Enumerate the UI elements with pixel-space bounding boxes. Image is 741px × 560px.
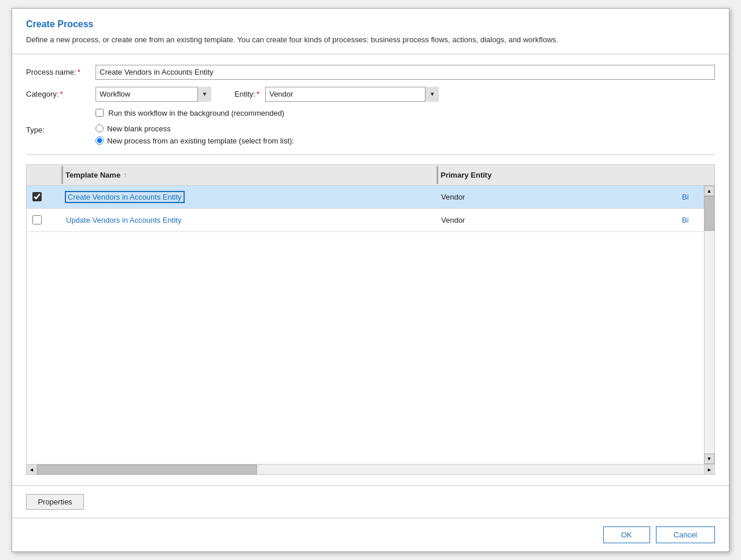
- radio-group: New blank process New process from an ex…: [96, 124, 294, 145]
- ok-button[interactable]: OK: [603, 526, 650, 543]
- row-checkbox-2[interactable]: [32, 215, 42, 224]
- h-scroll-left-arrow[interactable]: ◄: [27, 465, 37, 475]
- td-name-2: Update Vendors in Accounts Entity: [61, 211, 436, 229]
- required-star-category: *: [60, 90, 63, 98]
- radio-blank-row: New blank process: [96, 124, 294, 133]
- dialog-description: Define a new process, or create one from…: [26, 34, 715, 46]
- category-label: Category:*: [26, 90, 96, 98]
- radio-blank[interactable]: [96, 124, 104, 132]
- table-row[interactable]: Update Vendors in Accounts Entity Vendor…: [27, 209, 714, 232]
- entity-group: Entity:* Vendor Account Contact ▼: [234, 87, 439, 102]
- process-name-input[interactable]: [96, 65, 715, 80]
- radio-template-label[interactable]: New process from an existing template (s…: [107, 137, 294, 145]
- type-label: Type:: [26, 124, 96, 134]
- dialog-body: Process name:* Category:* Workflow Actio…: [12, 54, 729, 486]
- background-checkbox-label[interactable]: Run this workflow in the background (rec…: [108, 109, 284, 117]
- category-select-wrapper: Workflow Action Dialog Business Process …: [96, 87, 211, 102]
- radio-template-row: New process from an existing template (s…: [96, 137, 294, 145]
- vertical-scrollbar[interactable]: ▲ ▼: [704, 186, 714, 465]
- h-scroll-right-arrow[interactable]: ►: [704, 465, 714, 475]
- dialog-title: Create Process: [26, 19, 715, 30]
- td-entity-2: Vendor: [436, 211, 680, 229]
- category-select[interactable]: Workflow Action Dialog Business Process …: [96, 87, 211, 102]
- table-row[interactable]: Create Vendors in Accounts Entity Vendor…: [27, 186, 714, 209]
- background-checkbox-row: Run this workflow in the background (rec…: [96, 109, 715, 117]
- dialog-footer: OK Cancel: [12, 518, 729, 551]
- dialog-header: Create Process Define a new process, or …: [12, 9, 729, 54]
- td-name-1: Create Vendors in Accounts Entity: [61, 188, 436, 206]
- create-process-dialog: Create Process Define a new process, or …: [12, 8, 729, 552]
- scroll-down-arrow[interactable]: ▼: [704, 454, 714, 464]
- table-body: Create Vendors in Accounts Entity Vendor…: [27, 186, 714, 465]
- entity-label: Entity:*: [234, 90, 259, 98]
- h-scroll-thumb[interactable]: [37, 465, 257, 474]
- radio-blank-label[interactable]: New blank process: [107, 124, 171, 133]
- sort-asc-icon: ↑: [124, 172, 127, 178]
- cancel-button[interactable]: Cancel: [656, 526, 715, 543]
- process-name-label: Process name:*: [26, 68, 96, 76]
- template-link-2[interactable]: Update Vendors in Accounts Entity: [66, 216, 181, 224]
- td-checkbox-2: [27, 215, 61, 224]
- radio-template[interactable]: [96, 137, 104, 145]
- table-header: Template Name ↑ Primary Entity: [27, 165, 714, 186]
- bottom-bar: Properties: [12, 485, 729, 518]
- properties-button[interactable]: Properties: [26, 494, 84, 510]
- process-name-row: Process name:*: [26, 65, 715, 80]
- category-entity-row: Category:* Workflow Action Dialog Busine…: [26, 87, 715, 102]
- scroll-thumb[interactable]: [704, 196, 714, 231]
- entity-select[interactable]: Vendor Account Contact: [265, 87, 439, 102]
- form-section: Process name:* Category:* Workflow Actio…: [26, 65, 715, 155]
- required-star-entity: *: [256, 90, 259, 98]
- background-checkbox[interactable]: [96, 109, 104, 117]
- entity-select-wrapper: Vendor Account Contact ▼: [265, 87, 439, 102]
- type-row: Type: New blank process New process from…: [26, 124, 715, 145]
- h-scroll-track: [37, 465, 704, 474]
- th-primary-entity: Primary Entity: [436, 166, 680, 184]
- td-checkbox-1: [27, 192, 61, 201]
- row-checkbox-1[interactable]: [32, 192, 42, 201]
- td-entity-1: Vendor: [436, 188, 680, 206]
- horizontal-scrollbar[interactable]: ◄ ►: [27, 464, 714, 474]
- th-template-name: Template Name ↑: [61, 166, 436, 184]
- template-table-section: Template Name ↑ Primary Entity Create Ve…: [26, 164, 715, 476]
- required-star-name: *: [78, 68, 80, 76]
- template-link-1[interactable]: Create Vendors in Accounts Entity: [66, 192, 184, 202]
- scroll-up-arrow[interactable]: ▲: [704, 186, 714, 196]
